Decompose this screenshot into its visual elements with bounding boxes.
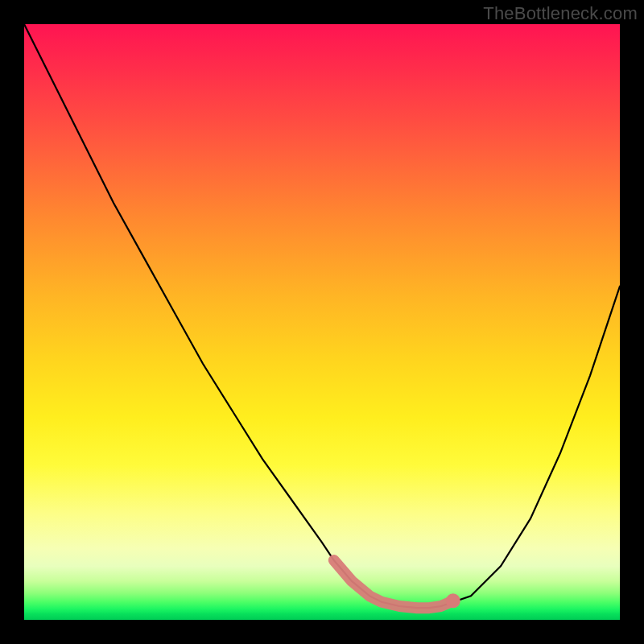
watermark-text: TheBottleneck.com	[483, 3, 638, 24]
optimal-range-highlight	[334, 560, 453, 608]
bottleneck-curve-path	[24, 24, 620, 608]
gradient-plot-area	[24, 24, 620, 620]
chart-frame: TheBottleneck.com	[0, 0, 644, 644]
optimal-marker-dot	[446, 593, 460, 608]
bottleneck-curve-svg	[24, 24, 620, 620]
